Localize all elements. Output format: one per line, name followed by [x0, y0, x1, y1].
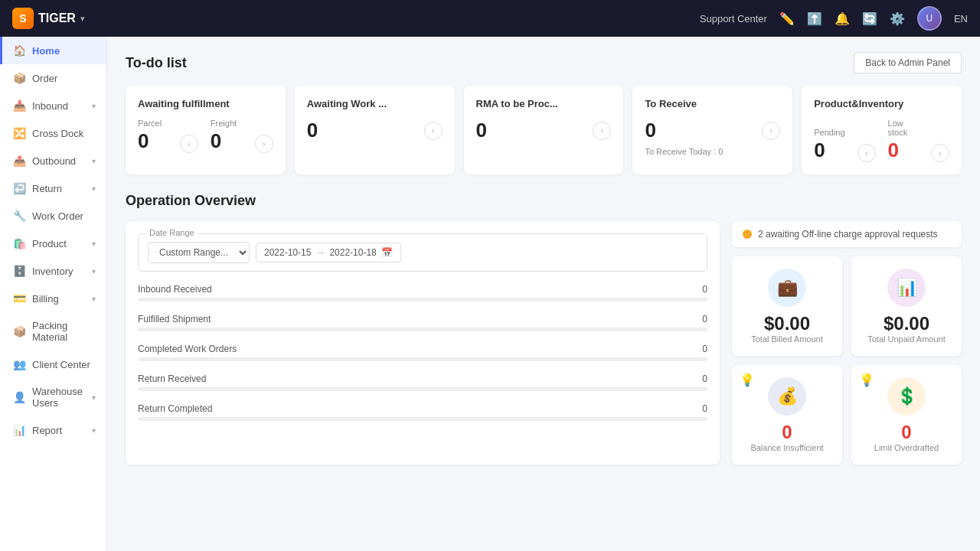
- date-range-box: Date Range Custom Range... 2022-10-15 → …: [138, 233, 707, 272]
- bell-icon[interactable]: 🔔: [835, 11, 850, 26]
- card-title-awaiting-work: Awaiting Work ...: [307, 98, 443, 109]
- sidebar-label-home: Home: [32, 45, 60, 57]
- progress-value: 0: [702, 284, 707, 295]
- sidebar-item-home[interactable]: 🏠 Home: [0, 37, 106, 64]
- date-input-range[interactable]: 2022-10-15 → 2022-10-18 📅: [256, 243, 401, 262]
- progress-bar-bg: [138, 417, 707, 421]
- rc-label-limit-overdrafted: Limit Overdrafted: [874, 443, 939, 452]
- sidebar-icon-outbound: 📤: [13, 155, 26, 167]
- card-title-product-inventory: Product&Inventory: [814, 98, 949, 109]
- card-title-rma: RMA to be Proc...: [476, 98, 612, 109]
- rc-label-total-unpaid: Total Unpaid Amount: [867, 334, 946, 344]
- card-main-value: 0: [476, 119, 487, 142]
- parcel-value: 0: [138, 129, 162, 153]
- card-nav-icon[interactable]: ›: [762, 122, 780, 140]
- refresh-icon[interactable]: 🔄: [862, 11, 877, 26]
- sidebar: 🏠 Home 📦 Order 📥 Inbound ▾ 🔀 Cross Dock …: [0, 37, 107, 551]
- date-range-select[interactable]: Custom Range...: [148, 242, 250, 263]
- sidebar-item-order[interactable]: 📦 Order: [0, 64, 106, 92]
- settings-icon[interactable]: ⚙️: [890, 11, 905, 26]
- freight-label: Freight: [211, 119, 237, 128]
- sidebar-item-inventory[interactable]: 🗄️ Inventory ▾: [0, 257, 106, 285]
- sidebar-label-packing: Packing Material: [32, 320, 96, 343]
- language-selector[interactable]: EN: [954, 13, 968, 24]
- chevron-icon-outbound: ▾: [92, 157, 96, 165]
- card-content-rma: 0 ›: [476, 119, 612, 142]
- back-to-admin-button[interactable]: Back to Admin Panel: [854, 52, 962, 73]
- sidebar-label-order: Order: [32, 73, 57, 84]
- parcel-label: Parcel: [138, 119, 162, 128]
- pending-item: Pending 0: [814, 128, 844, 162]
- sidebar-label-inventory: Inventory: [32, 266, 73, 277]
- sidebar-item-warehouse-users[interactable]: 👤 Warehouse Users ▾: [0, 378, 106, 416]
- upload-icon[interactable]: ⬆️: [807, 11, 822, 26]
- todo-header: To-do list Back to Admin Panel: [126, 52, 962, 73]
- pending-value: 0: [814, 139, 844, 162]
- progress-label: Fulfilled Shipment: [138, 314, 211, 324]
- card-nav-icon[interactable]: ›: [424, 122, 443, 140]
- card-nav-icon[interactable]: ›: [593, 122, 611, 140]
- sidebar-icon-packing: 📦: [13, 325, 26, 337]
- sidebar-item-billing[interactable]: 💳 Billing ▾: [0, 285, 106, 312]
- card-pair: Parcel 0 › Freight 0 ›: [138, 119, 273, 153]
- low-stock-label: Low stock: [888, 119, 919, 137]
- sidebar-item-packing[interactable]: 📦 Packing Material: [0, 312, 106, 350]
- parcel-item: Parcel 0: [138, 119, 162, 153]
- card-nav-icon2[interactable]: ›: [931, 144, 949, 162]
- sidebar-icon-inbound: 📥: [13, 99, 26, 112]
- right-cards-grid: 💼 $0.00 Total Billed Amount 📊 $0.00 Tota…: [732, 256, 962, 465]
- rc-value-total-unpaid: $0.00: [884, 313, 929, 334]
- sidebar-icon-home: 🏠: [13, 44, 26, 57]
- bulb-icon-balance-insufficient[interactable]: 💡: [740, 373, 755, 387]
- date-range-label: Date Range: [146, 228, 198, 237]
- card-content-awaiting-fulfillment: Parcel 0 › Freight 0 ›: [138, 119, 273, 153]
- bulb-icon-limit-overdrafted[interactable]: 💡: [859, 373, 874, 387]
- sidebar-label-outbound: Outbound: [32, 155, 76, 167]
- sidebar-item-return[interactable]: ↩️ Return ▾: [0, 174, 106, 202]
- sidebar-item-client[interactable]: 👥 Client Center: [0, 350, 106, 378]
- progress-value: 0: [702, 314, 707, 324]
- chevron-icon-return: ▾: [92, 184, 96, 193]
- sidebar-item-report[interactable]: 📊 Report ▾: [0, 416, 106, 444]
- calendar-icon[interactable]: 📅: [381, 247, 393, 258]
- operation-layout: Date Range Custom Range... 2022-10-15 → …: [126, 221, 962, 465]
- sidebar-item-product[interactable]: 🛍️ Product ▾: [0, 230, 106, 257]
- card-nav-icon[interactable]: ›: [858, 144, 876, 162]
- card-nav-icon[interactable]: ›: [180, 135, 198, 153]
- sidebar-label-warehouse-users: Warehouse Users: [32, 386, 86, 409]
- chevron-icon-warehouse-users: ▾: [92, 393, 96, 402]
- edit-icon[interactable]: ✏️: [779, 11, 795, 26]
- support-center-link[interactable]: Support Center: [700, 13, 767, 24]
- progress-row-header: Completed Work Orders 0: [138, 344, 707, 354]
- card-rma: RMA to be Proc... 0 ›: [464, 86, 624, 174]
- operation-right-panel: 2 awaiting Off-line charge approval requ…: [732, 221, 962, 465]
- progress-row-fulfilled-shipment: Fulfilled Shipment 0: [138, 314, 707, 331]
- notification-bar: 2 awaiting Off-line charge approval requ…: [732, 221, 962, 247]
- top-header: S TIGER ▾ Support Center ✏️ ⬆️ 🔔 🔄 ⚙️ U …: [0, 0, 980, 37]
- progress-bar-bg: [138, 328, 707, 331]
- todo-title: To-do list: [126, 55, 187, 71]
- date-arrow-icon: →: [315, 247, 325, 258]
- right-card-total-unpaid: 📊 $0.00 Total Unpaid Amount: [851, 256, 962, 356]
- sidebar-label-client: Client Center: [32, 359, 90, 370]
- card-nav-icon2[interactable]: ›: [255, 135, 273, 153]
- card-sub-label: To Receive Today : 0: [645, 147, 780, 156]
- sidebar-item-outbound[interactable]: 📤 Outbound ▾: [0, 147, 106, 174]
- sidebar-label-inbound: Inbound: [32, 100, 68, 112]
- progress-row-header: Return Received 0: [138, 373, 707, 384]
- card-main-value: 0: [307, 119, 318, 142]
- rc-icon-balance-insufficient: 💰: [768, 377, 806, 416]
- brand-name: TIGER: [38, 11, 76, 25]
- right-card-total-billed: 💼 $0.00 Total Billed Amount: [732, 256, 842, 356]
- brand-dropdown[interactable]: ▾: [80, 14, 85, 24]
- sidebar-item-cross-dock[interactable]: 🔀 Cross Dock: [0, 119, 106, 147]
- header-right: Support Center ✏️ ⬆️ 🔔 🔄 ⚙️ U EN: [700, 6, 968, 31]
- sidebar-icon-order: 📦: [13, 72, 26, 84]
- sidebar-item-work-order[interactable]: 🔧 Work Order: [0, 202, 106, 230]
- user-avatar[interactable]: U: [917, 6, 942, 31]
- sidebar-item-inbound[interactable]: 📥 Inbound ▾: [0, 92, 106, 119]
- todo-cards-row: Awaiting fulfillment Parcel 0 › Freight …: [126, 86, 962, 174]
- sidebar-icon-report: 📊: [13, 424, 26, 436]
- rc-value-limit-overdrafted: 0: [901, 422, 911, 443]
- chevron-icon-product: ▾: [92, 240, 96, 248]
